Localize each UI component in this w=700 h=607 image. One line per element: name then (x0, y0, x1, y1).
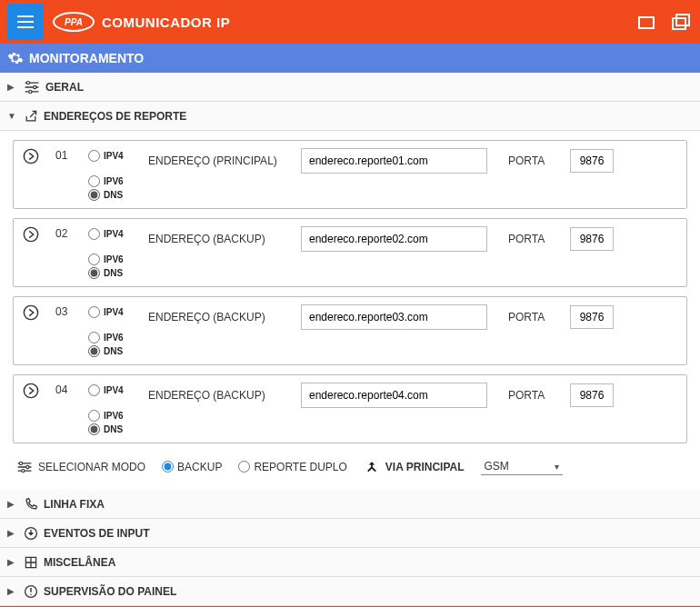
address-card: 04 IPV4 IPV6 DNS ENDEREÇO (BACKUP) PORTA (13, 374, 687, 443)
svg-point-6 (24, 149, 37, 163)
svg-point-10 (19, 462, 22, 464)
mode-backup-radio[interactable]: BACKUP (162, 461, 222, 473)
external-link-icon (24, 109, 38, 124)
logo: PPA (53, 12, 95, 32)
chevron-right-icon: ▶ (7, 557, 18, 567)
selecionar-modo: SELECIONAR MODO (16, 461, 145, 473)
address-input[interactable] (301, 226, 487, 252)
svg-point-15 (30, 593, 32, 595)
chevron-right-icon: ▶ (7, 586, 18, 596)
submit-icon[interactable] (23, 304, 48, 321)
addr-type-dns[interactable]: DNS (88, 423, 141, 435)
mode-backup-input[interactable] (162, 461, 174, 473)
route-icon (364, 460, 380, 474)
address-index: 01 (55, 148, 81, 162)
svg-rect-1 (673, 18, 685, 29)
page-subheader: MONITORAMENTO (0, 44, 700, 73)
mode-row: SELECIONAR MODO BACKUP REPORTE DUPLO VIA… (13, 453, 687, 484)
input-icon (24, 526, 38, 541)
grid-icon (24, 555, 38, 570)
port-input[interactable] (570, 227, 614, 251)
mode-reporte-duplo-radio[interactable]: REPORTE DUPLO (238, 461, 346, 473)
svg-rect-0 (639, 17, 654, 28)
address-index: 03 (55, 304, 81, 318)
address-label: ENDEREÇO (PRINCIPAL) (148, 154, 294, 167)
submit-icon[interactable] (23, 226, 48, 243)
hamburger-icon (16, 15, 35, 29)
svg-point-9 (24, 383, 37, 397)
addr-type-ipv6[interactable]: IPV6 (88, 175, 141, 187)
address-label: ENDEREÇO (BACKUP) (148, 233, 294, 245)
svg-point-4 (34, 85, 36, 88)
via-select[interactable]: GSM (481, 458, 563, 475)
sliders-icon (24, 80, 40, 95)
submit-icon[interactable] (23, 383, 48, 399)
addr-type-ipv6[interactable]: IPV6 (88, 410, 141, 422)
chevron-right-icon: ▶ (7, 499, 18, 509)
svg-point-8 (24, 305, 37, 319)
address-card: 03 IPV4 IPV6 DNS ENDEREÇO (BACKUP) PORTA (13, 296, 687, 365)
section-label: MISCELÂNEA (44, 556, 115, 569)
svg-point-11 (26, 465, 29, 468)
window-restore-icon[interactable] (635, 10, 658, 34)
addr-type-ipv4[interactable]: IPV4 (88, 384, 141, 396)
section-label: LINHA FIXA (44, 498, 105, 511)
section-eventos-input[interactable]: ▶ EVENTOS DE INPUT (0, 519, 700, 548)
window-cascade-icon[interactable] (669, 10, 693, 34)
address-index: 02 (55, 226, 81, 240)
port-label: PORTA (508, 233, 563, 245)
section-label: EVENTOS DE INPUT (44, 527, 149, 540)
port-input[interactable] (570, 149, 614, 173)
section-linha-fixa[interactable]: ▶ LINHA FIXA (0, 490, 700, 519)
section-miscelanea[interactable]: ▶ MISCELÂNEA (0, 548, 700, 577)
gear-icon (7, 50, 24, 66)
svg-rect-2 (676, 15, 689, 25)
address-index: 04 (55, 383, 81, 396)
addr-type-dns[interactable]: DNS (88, 345, 141, 357)
port-label: PORTA (508, 311, 563, 323)
address-label: ENDEREÇO (BACKUP) (148, 311, 294, 323)
svg-point-7 (24, 227, 37, 241)
sliders-icon (16, 461, 33, 473)
addresses-panel: 01 IPV4 IPV6 DNS ENDEREÇO (PRINCIPAL) PO… (0, 131, 700, 490)
app-title: COMUNICADOR IP (102, 15, 624, 30)
section-geral[interactable]: ▶ GERAL (0, 73, 700, 102)
addr-type-ipv6[interactable]: IPV6 (88, 332, 141, 343)
port-input[interactable] (570, 305, 614, 329)
address-input[interactable] (301, 304, 487, 330)
address-input[interactable] (301, 383, 487, 408)
address-card: 02 IPV4 IPV6 DNS ENDEREÇO (BACKUP) PORTA (13, 218, 687, 287)
address-input[interactable] (301, 148, 487, 174)
addr-type-ipv4[interactable]: IPV4 (88, 228, 141, 240)
submit-icon[interactable] (23, 148, 48, 164)
addr-type-dns[interactable]: DNS (88, 189, 141, 201)
phone-icon (24, 497, 38, 512)
section-label: GERAL (45, 81, 84, 94)
addr-type-dns[interactable]: DNS (88, 267, 141, 279)
chevron-right-icon: ▶ (7, 528, 18, 538)
svg-point-5 (29, 90, 32, 93)
addr-type-ipv4[interactable]: IPV4 (88, 306, 141, 318)
svg-point-3 (26, 81, 29, 84)
page-subheader-label: MONITORAMENTO (29, 51, 144, 65)
chevron-down-icon: ▼ (7, 111, 18, 121)
menu-button[interactable] (7, 4, 44, 40)
port-input[interactable] (570, 383, 614, 407)
addr-type-ipv6[interactable]: IPV6 (88, 254, 141, 265)
svg-point-12 (22, 469, 25, 472)
section-label: SUPERVISÃO DO PAINEL (44, 585, 176, 598)
via-select-wrapper[interactable]: GSM (481, 458, 563, 475)
port-label: PORTA (508, 389, 563, 402)
via-principal: VIA PRINCIPAL (364, 460, 465, 474)
title-bar: PPA COMUNICADOR IP (0, 0, 700, 44)
alert-circle-icon (24, 584, 38, 599)
address-label: ENDEREÇO (BACKUP) (148, 389, 294, 402)
addr-type-ipv4[interactable]: IPV4 (88, 150, 141, 162)
mode-duplo-input[interactable] (238, 461, 250, 473)
section-supervisao-painel[interactable]: ▶ SUPERVISÃO DO PAINEL (0, 577, 700, 606)
section-label: ENDEREÇOS DE REPORTE (44, 110, 186, 123)
section-enderecos-reporte[interactable]: ▼ ENDEREÇOS DE REPORTE (0, 102, 700, 131)
chevron-right-icon: ▶ (7, 82, 18, 92)
port-label: PORTA (508, 154, 563, 167)
address-card: 01 IPV4 IPV6 DNS ENDEREÇO (PRINCIPAL) PO… (13, 140, 687, 209)
